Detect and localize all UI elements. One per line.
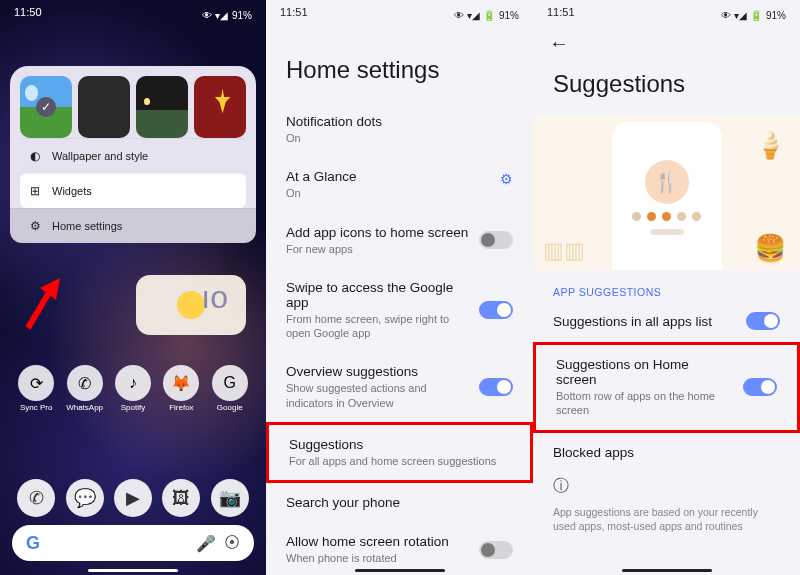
app-label: Google <box>217 403 243 412</box>
info-icon: ⓘ <box>533 472 800 497</box>
illustration: 🍴 🍦 🍔 ▥▥ <box>533 116 800 270</box>
status-time: 11:51 <box>547 6 575 24</box>
status-icons: 👁 ▾◢ 91% <box>202 6 252 24</box>
status-time: 11:50 <box>14 6 42 24</box>
app-sync-pro[interactable]: ⟳Sync Pro <box>14 365 58 412</box>
status-bar: 11:50 👁 ▾◢ 91% <box>0 6 266 24</box>
row-suggestions-home-screen[interactable]: Suggestions on Home screen Bottom row of… <box>533 342 800 433</box>
menu-label: Widgets <box>52 185 92 197</box>
row-subtitle: For all apps and home screen suggestions <box>289 454 510 468</box>
toggle[interactable] <box>479 301 513 319</box>
row-add-app-icons[interactable]: Add app icons to home screen For new app… <box>266 213 533 268</box>
gear-icon[interactable]: ⚙ <box>500 171 513 187</box>
gear-icon: ⚙ <box>28 219 42 233</box>
status-bar: 11:51 👁 ▾◢ 🔋91% <box>266 6 533 24</box>
dock-play[interactable]: ▶ <box>114 479 152 517</box>
row-subtitle: Show suggested actions and indicators in… <box>286 381 469 410</box>
toggle[interactable] <box>479 231 513 249</box>
dock-messages[interactable]: 💬 <box>66 479 104 517</box>
back-button[interactable]: ← <box>549 32 569 55</box>
wallpaper-thumb-2[interactable] <box>78 76 130 138</box>
clock-widget[interactable]: ıo <box>136 275 246 335</box>
row-suggestions[interactable]: Suggestions For all apps and home screen… <box>266 422 533 483</box>
status-icons: 👁 ▾◢ 🔋91% <box>454 6 519 24</box>
search-bar[interactable]: G 🎤 ⦿ <box>12 525 254 561</box>
firefox-icon: 🦊 <box>163 365 199 401</box>
row-title: Allow home screen rotation <box>286 534 469 549</box>
menu-home-settings[interactable]: ⚙ Home settings <box>10 208 256 243</box>
fork-knife-icon: 🍴 <box>645 160 689 204</box>
panel-home-longpress: 11:50 👁 ▾◢ 91% ✓ ◐ Wallpaper and style ⊞… <box>0 0 266 575</box>
annotation-arrow <box>20 270 70 334</box>
menu-wallpaper-style[interactable]: ◐ Wallpaper and style <box>20 138 246 173</box>
row-title: Suggestions on Home screen <box>556 357 733 387</box>
app-row: ⟳Sync Pro ✆WhatsApp ♪Spotify 🦊Firefox GG… <box>0 365 266 412</box>
row-subtitle: For new apps <box>286 242 469 256</box>
panel-home-settings: 11:51 👁 ▾◢ 🔋91% Home settings Notificati… <box>266 0 533 575</box>
toggle[interactable] <box>479 541 513 559</box>
menu-label: Home settings <box>52 220 122 232</box>
whatsapp-icon: ✆ <box>67 365 103 401</box>
row-title: Suggestions in all apps list <box>553 314 736 329</box>
row-blocked-apps[interactable]: Blocked apps <box>533 433 800 472</box>
toggle[interactable] <box>746 312 780 330</box>
app-spotify[interactable]: ♪Spotify <box>111 365 155 412</box>
app-firefox[interactable]: 🦊Firefox <box>159 365 203 412</box>
row-subtitle: When phone is rotated <box>286 551 469 565</box>
menu-widgets[interactable]: ⊞ Widgets <box>20 173 246 208</box>
palette-icon: ◐ <box>28 149 42 163</box>
toggle[interactable] <box>743 378 777 396</box>
row-search-phone[interactable]: Search your phone <box>266 483 533 522</box>
wallpaper-thumb-1[interactable]: ✓ <box>20 76 72 138</box>
illus-dots <box>632 212 701 221</box>
battery-pct: 91% <box>766 10 786 21</box>
row-swipe-google[interactable]: Swipe to access the Google app From home… <box>266 268 533 353</box>
app-label: Firefox <box>169 403 193 412</box>
lens-icon[interactable]: ⦿ <box>224 534 240 552</box>
wallpaper-thumbs: ✓ <box>20 76 246 138</box>
sync-icon: ⟳ <box>18 365 54 401</box>
row-subtitle: On <box>286 186 513 200</box>
illus-phone: 🍴 <box>612 122 722 270</box>
section-label: APP SUGGESTIONS <box>533 278 800 300</box>
row-title: Swipe to access the Google app <box>286 280 469 310</box>
row-allow-rotation[interactable]: Allow home screen rotation When phone is… <box>266 522 533 575</box>
toggle[interactable] <box>479 378 513 396</box>
dock-photos[interactable]: 🖼 <box>162 479 200 517</box>
row-subtitle: From home screen, swipe right to open Go… <box>286 312 469 341</box>
row-overview-suggestions[interactable]: Overview suggestions Show suggested acti… <box>266 352 533 422</box>
nav-handle[interactable] <box>622 569 712 572</box>
row-title: At a Glance <box>286 169 513 184</box>
row-suggestions-all-apps[interactable]: Suggestions in all apps list <box>533 300 800 342</box>
row-subtitle: On <box>286 131 513 145</box>
spotify-icon: ♪ <box>115 365 151 401</box>
app-label: Sync Pro <box>20 403 52 412</box>
google-icon: G <box>212 365 248 401</box>
status-time: 11:51 <box>280 6 308 24</box>
row-at-a-glance[interactable]: At a Glance On ⚙ <box>266 157 533 212</box>
app-google[interactable]: GGoogle <box>208 365 252 412</box>
app-label: Spotify <box>121 403 145 412</box>
wallpaper-thumb-3[interactable] <box>136 76 188 138</box>
dock-camera[interactable]: 📷 <box>211 479 249 517</box>
fence-icon: ▥▥ <box>543 238 585 264</box>
nav-handle[interactable] <box>88 569 178 572</box>
footer-text: App suggestions are based on your recent… <box>533 497 800 542</box>
row-notification-dots[interactable]: Notification dots On <box>266 102 533 157</box>
status-bar: 11:51 👁 ▾◢ 🔋91% <box>533 6 800 24</box>
panel-suggestions: 11:51 👁 ▾◢ 🔋91% ← Suggestions 🍴 🍦 🍔 ▥▥ A… <box>533 0 800 575</box>
google-g-icon: G <box>26 533 40 554</box>
mic-icon[interactable]: 🎤 <box>196 534 216 553</box>
wallpaper-thumb-4[interactable] <box>194 76 246 138</box>
nav-handle[interactable] <box>355 569 445 572</box>
home-context-menu: ✓ ◐ Wallpaper and style ⊞ Widgets ⚙ Home… <box>10 66 256 243</box>
row-title: Search your phone <box>286 495 513 510</box>
app-whatsapp[interactable]: ✆WhatsApp <box>63 365 107 412</box>
burger-icon: 🍔 <box>754 233 786 264</box>
clock-digits: ıo <box>201 279 228 316</box>
dock-phone[interactable]: ✆ <box>17 479 55 517</box>
row-subtitle: Bottom row of apps on the home screen <box>556 389 733 418</box>
illus-pill <box>650 229 684 235</box>
check-icon: ✓ <box>36 97 56 117</box>
status-icons: 👁 ▾◢ 🔋91% <box>721 6 786 24</box>
